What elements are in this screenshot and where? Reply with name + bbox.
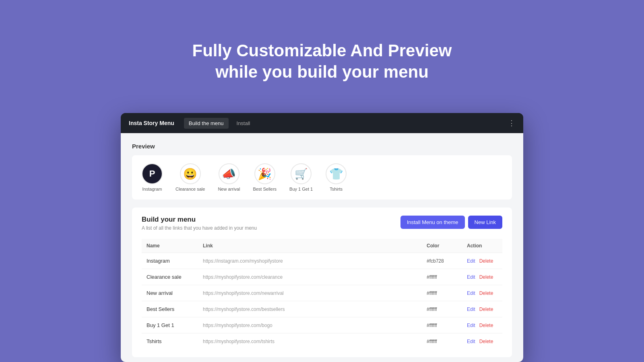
table-row: Clearance sale https://myshopifystore.co… (142, 269, 502, 285)
build-section: Build your menu A list of all the links … (132, 208, 512, 357)
edit-button-4[interactable]: Edit (467, 323, 475, 328)
build-header: Build your menu A list of all the links … (142, 216, 502, 231)
preview-label-instagram: Instagram (142, 187, 162, 191)
th-link: Link (198, 239, 422, 253)
preview-label-newarrival: New arrival (218, 187, 240, 191)
hero-title-line2: while you build your menu (192, 62, 452, 83)
table-row: Tshirts https://myshopifystore.com/tshir… (142, 333, 502, 350)
td-actions-4: Edit Delete (462, 317, 502, 333)
build-header-left: Build your menu A list of all the links … (142, 216, 257, 231)
preview-container: P Instagram 😀 Clearance sale 📣 New arriv… (132, 155, 512, 200)
preview-icon-newarrival: 📣 (219, 163, 239, 184)
td-name-2: New arrival (142, 285, 198, 301)
install-menu-button[interactable]: Install Menu on theme (400, 216, 465, 229)
delete-button-1[interactable]: Delete (479, 274, 493, 280)
delete-button-3[interactable]: Delete (479, 306, 493, 312)
delete-button-4[interactable]: Delete (479, 323, 493, 328)
preview-icon-bestsellers: 🎉 (254, 163, 275, 184)
td-actions-5: Edit Delete (462, 333, 502, 350)
preview-label-clearance: Clearance sale (175, 187, 205, 191)
preview-item-bogo[interactable]: 🛒 Buy 1 Get 1 (289, 163, 313, 191)
build-header-actions: Install Menu on theme New Link (400, 216, 502, 229)
td-link-0: https://instagram.com/myshopifystore (198, 253, 422, 269)
app-window: Insta Story Menu Build the menu Install … (121, 113, 523, 362)
td-actions-3: Edit Delete (462, 301, 502, 317)
edit-button-5[interactable]: Edit (467, 339, 475, 344)
nav-tab-install[interactable]: Install (232, 118, 255, 129)
td-actions-0: Edit Delete (462, 253, 502, 269)
td-name-5: Tshirts (142, 333, 198, 350)
edit-button-3[interactable]: Edit (467, 306, 475, 312)
delete-button-0[interactable]: Delete (479, 258, 493, 264)
main-content: Preview P Instagram 😀 Clearance sale 📣 N… (121, 133, 523, 362)
preview-section-title: Preview (132, 143, 512, 150)
preview-label-bogo: Buy 1 Get 1 (289, 187, 313, 191)
nav-bar: Insta Story Menu Build the menu Install … (121, 113, 523, 133)
preview-icon-bogo: 🛒 (291, 163, 312, 184)
hero-title: Fully Customizable And Preview while you… (192, 40, 452, 82)
td-color-1: #ffffff (422, 269, 462, 285)
td-name-1: Clearance sale (142, 269, 198, 285)
preview-label-bestsellers: Best Sellers (253, 187, 277, 191)
td-name-0: Instagram (142, 253, 198, 269)
td-link-1: https://myshopifystore.com/clearance (198, 269, 422, 285)
td-actions-1: Edit Delete (462, 269, 502, 285)
edit-button-2[interactable]: Edit (467, 290, 475, 296)
edit-button-0[interactable]: Edit (467, 258, 475, 264)
preview-icon-instagram: P (142, 163, 163, 184)
table-header: Name Link Color Action (142, 239, 502, 253)
td-link-3: https://myshopifystore.com/bestsellers (198, 301, 422, 317)
nav-more-icon[interactable]: ⋮ (508, 119, 515, 128)
preview-item-instagram[interactable]: P Instagram (142, 163, 163, 191)
td-color-3: #ffffff (422, 301, 462, 317)
table-row: New arrival https://myshopifystore.com/n… (142, 285, 502, 301)
new-link-button[interactable]: New Link (468, 216, 502, 229)
th-name: Name (142, 239, 198, 253)
table-body: Instagram https://instagram.com/myshopif… (142, 253, 502, 350)
table-row: Best Sellers https://myshopifystore.com/… (142, 301, 502, 317)
build-subtitle: A list of all the links that you have ad… (142, 225, 257, 231)
table-row: Buy 1 Get 1 https://myshopifystore.com/b… (142, 317, 502, 333)
td-color-0: #fcb728 (422, 253, 462, 269)
td-link-4: https://myshopifystore.com/bogo (198, 317, 422, 333)
td-name-4: Buy 1 Get 1 (142, 317, 198, 333)
preview-item-newarrival[interactable]: 📣 New arrival (218, 163, 240, 191)
nav-tab-build[interactable]: Build the menu (184, 118, 229, 129)
td-link-5: https://myshopifystore.com/tshirts (198, 333, 422, 350)
preview-label-tshirts: Tshirts (330, 187, 343, 191)
td-color-2: #ffffff (422, 285, 462, 301)
menu-table: Name Link Color Action Instagram https:/… (142, 239, 502, 349)
preview-item-tshirts[interactable]: 👕 Tshirts (326, 163, 347, 191)
delete-button-2[interactable]: Delete (479, 290, 493, 296)
td-link-2: https://myshopifystore.com/newarrival (198, 285, 422, 301)
th-action: Action (462, 239, 502, 253)
preview-icon-tshirts: 👕 (326, 163, 347, 184)
table-row: Instagram https://instagram.com/myshopif… (142, 253, 502, 269)
td-actions-2: Edit Delete (462, 285, 502, 301)
td-color-5: #ffffff (422, 333, 462, 350)
td-color-4: #ffffff (422, 317, 462, 333)
preview-item-bestsellers[interactable]: 🎉 Best Sellers (253, 163, 277, 191)
edit-button-1[interactable]: Edit (467, 274, 475, 280)
delete-button-5[interactable]: Delete (479, 339, 493, 344)
nav-brand: Insta Story Menu (129, 120, 174, 126)
preview-icon-clearance: 😀 (180, 163, 201, 184)
build-title: Build your menu (142, 216, 257, 224)
hero-title-line1: Fully Customizable And Preview (192, 40, 452, 62)
td-name-3: Best Sellers (142, 301, 198, 317)
preview-item-clearance[interactable]: 😀 Clearance sale (175, 163, 205, 191)
th-color: Color (422, 239, 462, 253)
hero-section: Fully Customizable And Preview while you… (192, 20, 452, 99)
